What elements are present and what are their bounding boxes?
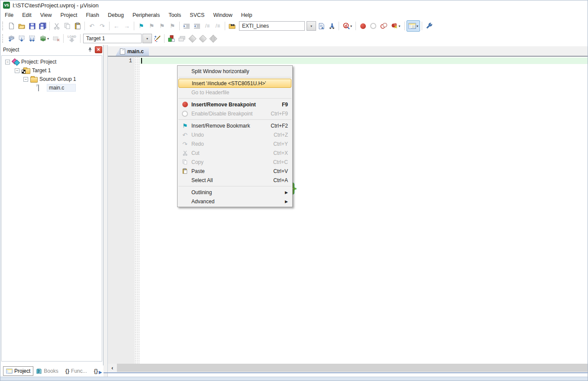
tree-item-target[interactable]: − Target 1 — [2, 66, 102, 75]
translate-file-button[interactable] — [6, 34, 16, 43]
menu-item-split-window[interactable]: Split Window horizontally — [178, 67, 291, 76]
build-button[interactable] — [16, 34, 27, 43]
clear-bookmarks-button[interactable]: ⚑ — [167, 21, 178, 31]
tab-functions[interactable]: {} Func... — [63, 367, 90, 375]
uncomment-button[interactable]: /≡ — [213, 21, 223, 31]
breakpoint-enable-button[interactable] — [368, 21, 378, 31]
tree-item-label[interactable]: Source Group 1 — [39, 76, 76, 82]
menu-item-paste[interactable]: Paste Ctrl+V — [178, 166, 291, 176]
menu-tools[interactable]: Tools — [164, 11, 185, 19]
menu-item-insert-include[interactable]: Insert '#include <STC8051U.H>' — [178, 79, 291, 88]
menu-item-insert-remove-breakpoint[interactable]: Insert/Remove Breakpoint F9 — [178, 100, 291, 109]
file-extensions-button[interactable] — [177, 34, 187, 43]
toggle-bookmark-button[interactable]: ⚑ — [136, 21, 146, 31]
chevron-down-icon[interactable]: ▾ — [398, 24, 400, 28]
manage-rte-button[interactable] — [166, 34, 177, 43]
find-text-button[interactable]: A — [316, 21, 326, 31]
target-combobox[interactable]: Target 1 — [83, 34, 142, 43]
new-file-button[interactable] — [6, 21, 16, 31]
quick-find-button[interactable]: d ▾ — [341, 21, 354, 31]
tree-item-label[interactable]: main.c — [47, 84, 75, 91]
chevron-down-icon[interactable]: ▾ — [47, 37, 49, 41]
download-button[interactable]: LOAD — [65, 34, 78, 43]
breakpoint-kill-all-button[interactable]: ✕ ▾ — [389, 21, 403, 31]
search-combobox-value[interactable]: EXTI_Lines — [239, 23, 304, 29]
cut-button[interactable] — [52, 21, 62, 31]
menu-item-enable-disable-breakpoint[interactable]: Enable/Disable Breakpoint Ctrl+F9 — [178, 109, 291, 118]
save-all-button[interactable] — [37, 21, 48, 31]
auto-hide-button[interactable] — [87, 47, 94, 53]
indent-button[interactable] — [192, 21, 202, 31]
menu-item-select-all[interactable]: Select All Ctrl+A — [178, 176, 291, 185]
menu-window[interactable]: Window — [209, 11, 236, 19]
horizontal-scrollbar[interactable]: ‹ — [108, 364, 588, 372]
search-combobox-dropdown[interactable]: ▾ — [307, 21, 316, 31]
copy-button[interactable] — [62, 21, 72, 31]
menu-item-cut[interactable]: Cut Ctrl+X — [178, 148, 291, 157]
tree-item-project[interactable]: − Project: Project — [2, 58, 102, 66]
breakpoint-toggle-button[interactable] — [358, 21, 368, 31]
search-combobox[interactable]: EXTI_Lines — [239, 21, 305, 31]
next-bookmark-button[interactable]: ⚑ — [157, 21, 167, 31]
open-file-button[interactable] — [16, 21, 27, 31]
paste-button[interactable] — [72, 21, 83, 31]
menu-svcs[interactable]: SVCS — [185, 11, 209, 19]
navigate-back-button[interactable]: ← — [111, 21, 122, 31]
tree-item-source-group[interactable]: − Source Group 1 — [2, 75, 102, 83]
rebuild-button[interactable] — [27, 34, 37, 43]
menu-item-insert-remove-bookmark[interactable]: ⚑ Insert/Remove Bookmark Ctrl+F2 — [178, 121, 291, 130]
toolbar-grip[interactable] — [2, 22, 5, 30]
redo-button[interactable]: ↷ — [97, 21, 107, 31]
menu-edit[interactable]: Edit — [18, 11, 36, 19]
tree-item-main-c[interactable]: main.c — [2, 83, 102, 92]
select-packs-button[interactable] — [197, 34, 208, 43]
stop-build-button[interactable] — [51, 34, 61, 43]
menu-item-undo[interactable]: ↶ Undo Ctrl+Z — [178, 130, 291, 139]
configure-button[interactable] — [424, 21, 434, 31]
scroll-left-button[interactable]: ‹ — [108, 364, 117, 372]
prev-bookmark-button[interactable]: ⚑ — [146, 21, 157, 31]
collapse-toggle[interactable]: − — [15, 68, 19, 73]
unindent-button[interactable] — [181, 21, 192, 31]
fold-margin[interactable] — [135, 57, 140, 364]
menu-item-outlining[interactable]: Outlining ▶ — [178, 188, 291, 197]
chevron-down-icon[interactable]: ▾ — [307, 22, 316, 30]
batch-build-button[interactable]: ▾ — [37, 34, 51, 43]
tree-item-label[interactable]: Project: Project — [21, 59, 56, 65]
menu-item-advanced[interactable]: Advanced ▶ — [178, 197, 291, 206]
tab-books[interactable]: ? Books — [33, 367, 61, 375]
find-in-files-button[interactable] — [227, 21, 237, 31]
menu-help[interactable]: Help — [237, 11, 257, 19]
toolbar-grip[interactable] — [2, 34, 5, 43]
target-options-button[interactable] — [152, 34, 162, 43]
save-button[interactable] — [27, 21, 37, 31]
menu-project[interactable]: Project — [56, 11, 82, 19]
close-panel-button[interactable]: ✕ — [95, 46, 102, 53]
target-combobox-dropdown[interactable]: ▾ — [142, 34, 152, 43]
breakpoint-disable-all-button[interactable] — [378, 21, 389, 31]
menu-file[interactable]: File — [0, 11, 18, 19]
pack-installer-button[interactable] — [187, 34, 197, 43]
collapse-toggle[interactable]: − — [23, 77, 28, 82]
tab-project[interactable]: Project — [3, 366, 33, 376]
chevron-down-icon[interactable]: ▾ — [350, 24, 352, 28]
navigate-forward-button[interactable]: → — [122, 21, 132, 31]
window-layout-button[interactable]: ▾ — [407, 20, 420, 32]
collapse-toggle[interactable]: − — [5, 60, 10, 64]
chevron-down-icon[interactable]: ▾ — [417, 24, 418, 28]
undo-button[interactable]: ↶ — [87, 21, 97, 31]
menu-debug[interactable]: Debug — [103, 11, 128, 19]
target-combobox-value[interactable]: Target 1 — [84, 35, 141, 42]
tree-item-label[interactable]: Target 1 — [32, 67, 51, 74]
chevron-down-icon[interactable]: ▾ — [143, 34, 152, 43]
menu-item-redo[interactable]: ↷ Redo Ctrl+Y — [178, 139, 291, 148]
editor-tab-main-c[interactable]: main.c — [116, 47, 149, 56]
comment-button[interactable]: /≡ — [202, 21, 213, 31]
menu-flash[interactable]: Flash — [81, 11, 103, 19]
update-packs-button[interactable] — [208, 34, 218, 43]
menu-peripherals[interactable]: Peripherals — [128, 11, 164, 19]
menu-item-copy[interactable]: Copy Ctrl+C — [178, 157, 291, 166]
panel-splitter[interactable] — [103, 45, 108, 377]
incremental-find-button[interactable] — [326, 21, 337, 31]
menu-view[interactable]: View — [36, 11, 56, 19]
